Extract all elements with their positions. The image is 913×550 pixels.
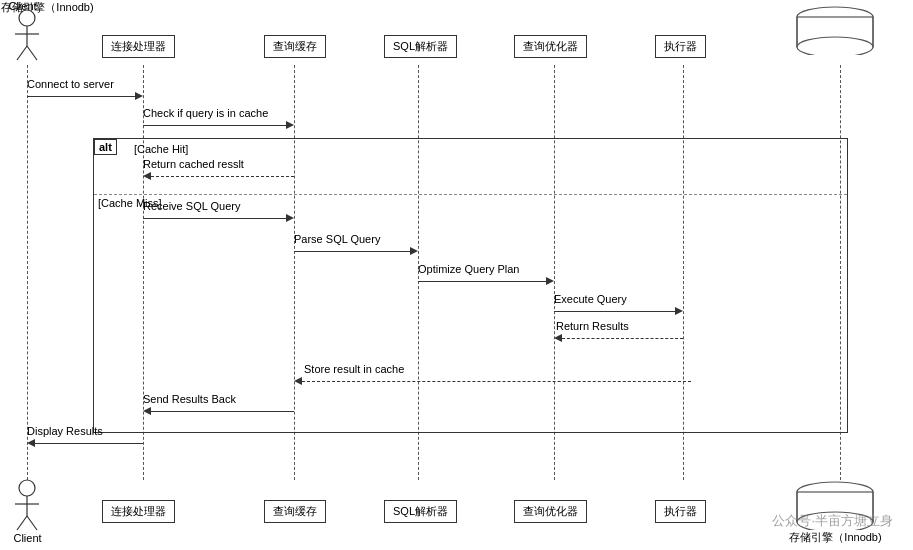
arrow-connect-label: Connect to server <box>27 78 114 90</box>
arrow-optimize-label: Optimize Query Plan <box>418 263 519 275</box>
arrow-optimize: Optimize Query Plan <box>418 277 554 285</box>
actor-executor-bottom: 执行器 <box>655 500 706 523</box>
arrow-return-cached-label: Return cached resslt <box>143 158 244 170</box>
arrow-receive-sql-label: Receive SQL Query <box>143 200 240 212</box>
svg-line-8 <box>17 46 27 60</box>
arrow-parse-sql-label: Parse SQL Query <box>294 233 380 245</box>
arrow-connect: Connect to server <box>27 92 143 100</box>
lifeline-client <box>27 65 28 480</box>
svg-point-2 <box>797 37 873 55</box>
actor-query-optimizer-bottom: 查询优化器 <box>514 500 587 523</box>
sequence-diagram: 存储引擎（Innodb) 连接处理器 查询缓存 SQL解析器 查询优化器 执行器… <box>0 0 913 550</box>
actor-conn-handler-top: 连接处理器 <box>102 35 175 58</box>
storage-label-bottom: 存储引擎（Innodb) <box>788 530 883 545</box>
svg-line-14 <box>27 516 37 530</box>
actor-sql-parser-bottom: SQL解析器 <box>384 500 457 523</box>
alt-label: alt <box>94 139 117 155</box>
arrow-execute: Execute Query <box>554 307 683 315</box>
svg-line-9 <box>27 46 37 60</box>
arrow-display-results-label: Display Results <box>27 425 103 437</box>
actor-sql-parser-top: SQL解析器 <box>384 35 457 58</box>
arrow-send-results: Send Results Back <box>143 407 294 415</box>
svg-point-5 <box>19 10 35 26</box>
client-label-bottom: Client <box>5 532 50 544</box>
actor-query-cache-top: 查询缓存 <box>264 35 326 58</box>
arrow-return-results-label: Return Results <box>556 320 629 332</box>
alt-divider <box>94 194 847 195</box>
actor-conn-handler-bottom: 连接处理器 <box>102 500 175 523</box>
client-figure-top <box>5 8 50 63</box>
arrow-check-cache-label: Check if query is in cache <box>143 107 268 119</box>
arrow-return-cached: Return cached resslt <box>143 172 294 180</box>
alt-frame: alt [Cache Hit] [Cache Miss] <box>93 138 848 433</box>
arrow-check-cache: Check if query is in cache <box>143 121 294 129</box>
storage-cylinder-top <box>795 5 875 55</box>
actor-executor-top: 执行器 <box>655 35 706 58</box>
actor-query-optimizer-top: 查询优化器 <box>514 35 587 58</box>
actor-query-cache-bottom: 查询缓存 <box>264 500 326 523</box>
svg-line-13 <box>17 516 27 530</box>
arrow-receive-sql: Receive SQL Query <box>143 214 294 222</box>
svg-point-10 <box>19 480 35 496</box>
arrow-return-results: Return Results <box>554 334 683 342</box>
arrow-parse-sql: Parse SQL Query <box>294 247 418 255</box>
arrow-store-cache-label: Store result in cache <box>304 363 404 375</box>
watermark: 公众号·半亩方塘立身 <box>772 512 893 530</box>
client-label-top: Client <box>0 0 45 12</box>
arrow-execute-label: Execute Query <box>554 293 627 305</box>
client-figure-bottom <box>5 478 50 533</box>
cache-hit-condition: [Cache Hit] <box>134 143 188 155</box>
arrow-send-results-label: Send Results Back <box>143 393 236 405</box>
arrow-store-cache: Store result in cache <box>294 377 691 385</box>
arrow-display-results: Display Results <box>27 439 143 447</box>
